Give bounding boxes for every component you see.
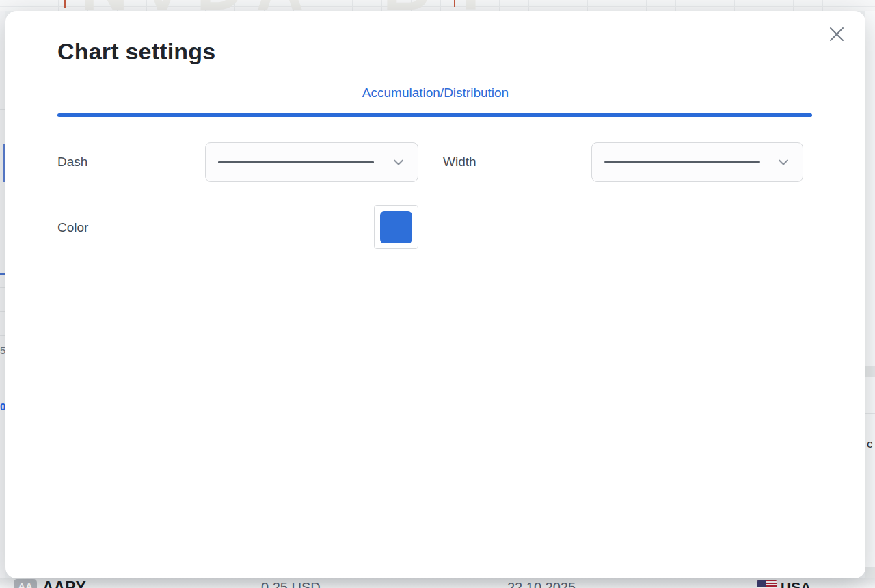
tab-active-indicator <box>57 113 812 117</box>
instrument-country: USA <box>781 579 811 588</box>
chart-marker-line <box>64 0 66 8</box>
instrument-row[interactable]: AA AAPY 0.25 USD 22.10.2025 USA <box>0 578 875 588</box>
chevron-down-icon <box>775 154 792 170</box>
tab-accumulation-distribution[interactable]: Accumulation/Distribution <box>5 85 865 101</box>
dialog-title: Chart settings <box>57 38 215 65</box>
dash-select[interactable] <box>205 142 418 182</box>
chart-settings-dialog: Chart settings Accumulation/Distribution… <box>5 11 865 578</box>
left-page-edge: 5, 0 <box>0 11 5 578</box>
price-label-partial: 0 <box>0 401 5 412</box>
instrument-badge: AA <box>14 579 37 588</box>
selection-edge-line <box>3 144 5 182</box>
axis-label-partial: 5, <box>0 345 5 356</box>
chart-area-strip: NVDA BT <box>0 0 875 11</box>
line-width-preview <box>604 161 760 163</box>
dash-style-preview <box>218 161 374 163</box>
chart-watermark-fragment: BT <box>383 0 511 11</box>
color-field-label: Color <box>57 220 88 235</box>
usa-flag-icon <box>757 580 777 588</box>
close-icon[interactable] <box>826 23 848 45</box>
width-field-label: Width <box>443 155 476 170</box>
instrument-date: 22.10.2025 <box>507 580 576 588</box>
instrument-symbol: AAPY <box>42 578 86 588</box>
axis-tick <box>0 273 5 275</box>
color-swatch <box>380 211 412 243</box>
chevron-down-icon <box>390 154 407 170</box>
chart-marker-line <box>454 0 455 7</box>
instrument-list-strip: AA AAPY 0.25 USD 22.10.2025 USA <box>0 578 875 588</box>
chart-watermark: NVDA <box>81 0 316 11</box>
instrument-price: 0.25 USD <box>261 580 321 588</box>
dash-field-label: Dash <box>57 155 88 170</box>
right-page-edge: c <box>865 11 875 578</box>
text-partial: c <box>867 438 873 451</box>
color-picker-button[interactable] <box>374 205 418 249</box>
width-select[interactable] <box>591 142 803 182</box>
